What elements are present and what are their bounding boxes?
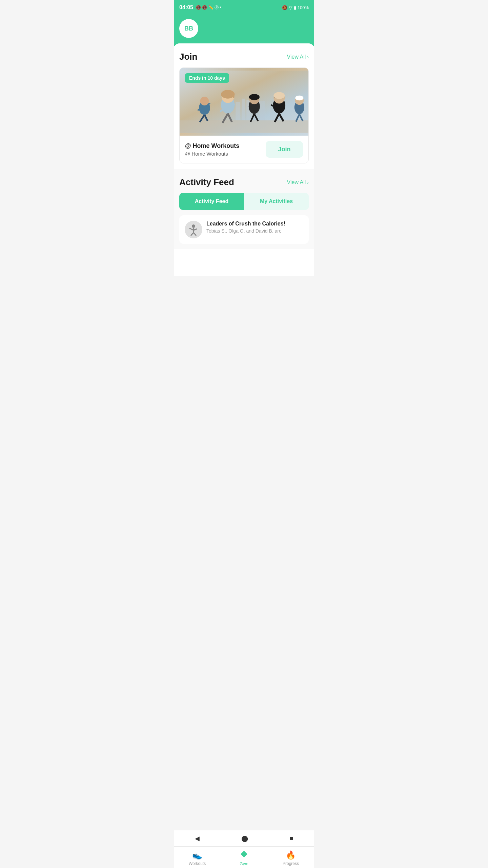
status-icons-left: 📵 📵 ✏️ Ⓟ • [196,5,221,11]
challenge-title: @ Home Workouts [185,142,239,150]
status-right: 🔕 ▽ ▮ 100% [282,5,309,10]
challenge-text: @ Home Workouts @ Home Workouts [185,142,239,157]
tab-activity-feed[interactable]: Activity Feed [179,193,244,210]
challenge-info: @ Home Workouts @ Home Workouts Join [180,136,308,163]
activity-tab-switcher: Activity Feed My Activities [179,193,309,210]
status-left: 04:05 📵 📵 ✏️ Ⓟ • [179,4,221,11]
svg-rect-6 [180,120,308,133]
activity-chevron-icon: › [307,180,309,185]
activity-feed-title: Activity Feed [179,177,234,188]
challenge-card: Ends in 10 days @ Home Workouts @ Home W… [179,67,309,163]
svg-point-39 [192,224,195,228]
activity-view-all[interactable]: View All › [287,179,309,185]
avatar[interactable]: BB [179,19,198,38]
activity-feed-header: Activity Feed View All › [179,177,309,188]
battery-percent: 100% [298,5,309,10]
activity-item-subtitle: Tobias S.. Olga O. and David B. are [206,228,285,234]
activity-item-title: Leaders of Crush the Calories! [206,221,285,227]
svg-rect-2 [242,99,245,120]
join-button[interactable]: Join [266,141,303,158]
svg-point-8 [200,97,209,105]
main-content: Join View All › [174,43,314,276]
svg-rect-1 [236,102,240,120]
svg-point-35 [295,96,303,101]
svg-rect-5 [259,101,265,120]
ends-badge: Ends in 10 days [185,73,229,83]
header: BB [174,15,314,46]
challenge-image: Ends in 10 days [180,68,308,136]
join-title: Join [179,52,197,62]
status-bar: 04:05 📵 📵 ✏️ Ⓟ • 🔕 ▽ ▮ 100% [174,0,314,15]
battery-icon: ▮ [294,5,296,10]
join-view-all[interactable]: View All › [287,54,309,60]
svg-point-22 [249,94,260,100]
chevron-right-icon: › [307,54,309,60]
activity-feed-section: Activity Feed View All › Activity Feed M… [174,169,314,249]
activity-avatar-svg [185,221,202,238]
wifi-icon: ▽ [289,5,292,10]
status-time: 04:05 [179,4,193,11]
join-section-header: Join View All › [179,52,309,62]
join-section: Join View All › [174,43,314,169]
mute-icon: 🔕 [282,5,287,10]
tab-my-activities[interactable]: My Activities [244,193,309,210]
activity-item: Leaders of Crush the Calories! Tobias S.… [179,215,309,244]
activity-text: Leaders of Crush the Calories! Tobias S.… [206,221,285,234]
svg-point-28 [273,92,285,99]
activity-avatar [185,221,202,238]
challenge-subtitle: @ Home Workouts [185,151,239,157]
